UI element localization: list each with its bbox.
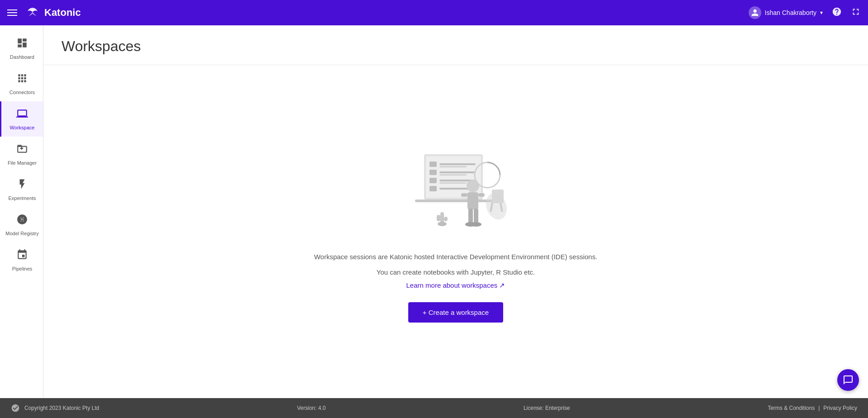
svg-rect-18: [468, 209, 473, 224]
file-manager-icon: [16, 143, 28, 157]
svg-rect-10: [429, 178, 437, 183]
footer-right: Terms & Conditions | Privacy Policy: [768, 405, 857, 411]
svg-point-21: [471, 222, 481, 227]
footer: Copyright 2023 Katonic Pty Ltd Version: …: [0, 398, 868, 418]
svg-rect-26: [437, 215, 440, 221]
workspace-illustration: [397, 141, 514, 251]
topbar-left: Katonic: [7, 5, 81, 21]
sidebar-item-connectors-label: Connectors: [9, 90, 35, 95]
footer-separator: |: [818, 405, 820, 411]
logo-text: Katonic: [44, 7, 81, 19]
avatar: [749, 6, 761, 19]
help-icon[interactable]: [832, 7, 842, 19]
sidebar-item-connectors[interactable]: Connectors: [0, 66, 43, 101]
svg-rect-9: [439, 174, 467, 176]
svg-rect-4: [429, 162, 437, 167]
privacy-link[interactable]: Privacy Policy: [823, 405, 857, 411]
svg-point-16: [467, 180, 479, 192]
svg-point-32: [482, 190, 510, 222]
sidebar-item-experiments[interactable]: Experiments: [0, 172, 43, 207]
sidebar-item-workspace[interactable]: Workspace: [0, 101, 43, 137]
svg-rect-6: [439, 166, 467, 167]
logo-bird-icon: [24, 5, 41, 21]
main-content: Workspaces: [43, 25, 868, 398]
svg-point-28: [438, 222, 447, 226]
topbar-right: Ishan Chakraborty ▾: [749, 6, 861, 19]
page-title: Workspaces: [61, 38, 850, 55]
sidebar-item-file-manager-label: File Manager: [8, 160, 37, 166]
sidebar-item-workspace-label: Workspace: [10, 125, 35, 130]
footer-license-text: License: Enterprise: [524, 405, 570, 411]
footer-left: Copyright 2023 Katonic Pty Ltd: [11, 404, 99, 413]
footer-copyright: Copyright 2023 Katonic Pty Ltd: [24, 405, 99, 411]
user-name: Ishan Chakraborty: [765, 9, 816, 16]
learn-more-link[interactable]: Learn more about workspaces ↗: [406, 281, 505, 290]
svg-rect-17: [467, 192, 478, 209]
terms-link[interactable]: Terms & Conditions: [768, 405, 815, 411]
dashboard-icon: [16, 37, 28, 52]
svg-rect-23: [478, 193, 485, 197]
svg-rect-5: [439, 163, 476, 165]
description-line2: You can create notebooks with Jupyter, R…: [377, 266, 535, 278]
svg-rect-12: [439, 182, 467, 184]
sidebar-item-dashboard-label: Dashboard: [10, 54, 34, 60]
footer-version: Version: 4.0: [297, 405, 326, 411]
user-menu-button[interactable]: Ishan Chakraborty ▾: [749, 6, 823, 19]
model-registry-icon: [16, 214, 28, 228]
footer-version-text: Version: 4.0: [297, 405, 326, 411]
svg-rect-19: [474, 209, 478, 224]
fullscreen-icon[interactable]: [851, 7, 861, 19]
sidebar-item-file-manager[interactable]: File Manager: [0, 137, 43, 172]
sidebar: Dashboard Connectors Workspace File Mana…: [0, 25, 43, 398]
empty-state-illustration: [397, 141, 514, 249]
hamburger-menu-button[interactable]: [7, 10, 17, 16]
svg-rect-22: [461, 193, 467, 197]
logo: Katonic: [24, 5, 81, 21]
sidebar-item-model-registry[interactable]: Model Registry: [0, 207, 43, 242]
svg-rect-7: [429, 170, 437, 175]
description-line1: Workspace sessions are Katonic hosted In…: [314, 251, 598, 263]
sidebar-item-experiments-label: Experiments: [8, 195, 36, 201]
page-body: Workspace sessions are Katonic hosted In…: [43, 65, 868, 398]
workspace-icon: [16, 108, 28, 122]
chat-icon: [843, 375, 854, 385]
main-layout: Dashboard Connectors Workspace File Mana…: [0, 25, 868, 398]
experiments-icon: [16, 178, 28, 193]
sidebar-item-dashboard[interactable]: Dashboard: [0, 31, 43, 66]
sidebar-item-pipelines[interactable]: Pipelines: [0, 242, 43, 278]
svg-rect-13: [429, 186, 437, 191]
connectors-icon: [16, 72, 28, 87]
create-workspace-button[interactable]: + Create a workspace: [408, 302, 503, 323]
svg-point-0: [31, 10, 33, 12]
page-header: Workspaces: [43, 25, 868, 65]
svg-rect-8: [439, 171, 476, 173]
topbar: Katonic Ishan Chakraborty ▾: [0, 0, 868, 25]
footer-logo-icon: [11, 404, 20, 413]
sidebar-item-pipelines-label: Pipelines: [12, 266, 33, 271]
svg-rect-15: [415, 200, 496, 202]
svg-rect-27: [444, 217, 448, 221]
chevron-down-icon: ▾: [820, 10, 823, 16]
footer-license: License: Enterprise: [524, 405, 570, 411]
pipelines-icon: [16, 249, 28, 263]
sidebar-item-model-registry-label: Model Registry: [5, 231, 38, 236]
chat-bubble-button[interactable]: [837, 369, 859, 391]
